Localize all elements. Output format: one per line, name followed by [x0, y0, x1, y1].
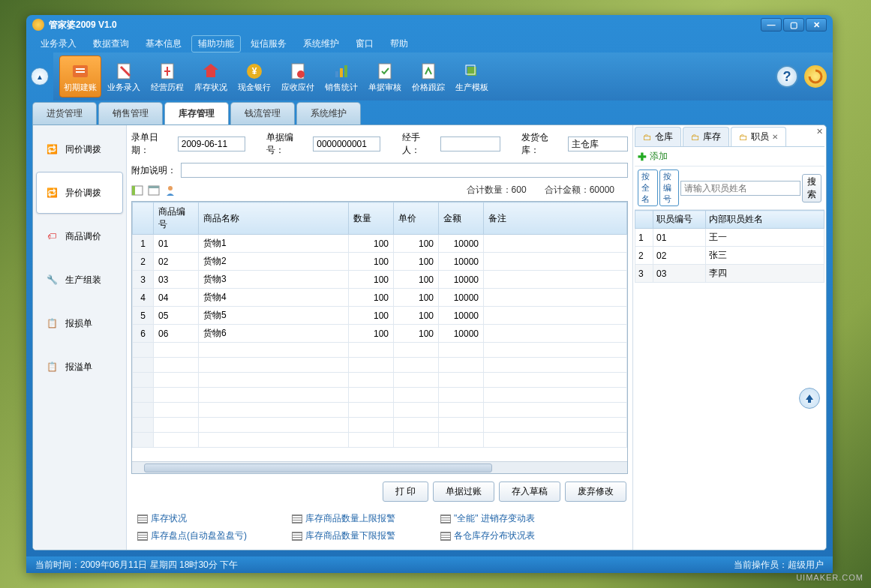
main-tab-3[interactable]: 钱流管理 — [230, 102, 295, 124]
collapse-toolbar-icon[interactable]: ▲ — [31, 68, 49, 86]
toolbar-btn-4[interactable]: ¥现金银行 — [233, 56, 275, 98]
menu-item-2[interactable]: 基本信息 — [139, 35, 188, 52]
table-row[interactable]: 505货物510010010000 — [133, 307, 627, 325]
toolbar-btn-2[interactable]: 经营历程 — [146, 56, 188, 98]
grid-settings-icon[interactable] — [148, 184, 160, 196]
arrow-up-icon[interactable] — [799, 388, 820, 409]
table-row[interactable] — [133, 418, 627, 433]
grid-header-6[interactable]: 备注 — [484, 202, 627, 235]
quick-link[interactable]: 库存商品数量下限报警 — [292, 530, 395, 542]
sidebar-item-0[interactable]: 🔁同价调拨 — [36, 128, 123, 170]
quick-link[interactable]: 库存状况 — [137, 512, 247, 525]
right-tab-0[interactable]: 🗀仓库 — [635, 127, 681, 146]
docno-input[interactable] — [313, 136, 380, 152]
minimize-button[interactable]: — — [761, 18, 782, 32]
tab-close-icon[interactable]: ✕ — [772, 133, 778, 141]
search-button[interactable]: 搜索 — [802, 174, 821, 202]
date-input[interactable] — [178, 136, 245, 152]
table-row[interactable] — [133, 343, 627, 358]
toolbar-btn-5[interactable]: 应收应付 — [277, 56, 319, 98]
toolbar-btn-9[interactable]: 生产模板 — [451, 56, 493, 98]
main-tab-4[interactable]: 系统维护 — [296, 102, 361, 124]
toolbar-btn-1[interactable]: 业务录入 — [103, 56, 145, 98]
table-row[interactable]: 404货物410010010000 — [133, 289, 627, 307]
main-tab-1[interactable]: 销售管理 — [98, 102, 163, 124]
rgrid-header-2[interactable]: 内部职员姓名 — [706, 211, 824, 229]
toolbar-btn-0[interactable]: 初期建账 — [59, 56, 101, 98]
person-icon[interactable] — [164, 184, 176, 196]
menu-item-7[interactable]: 帮助 — [383, 35, 415, 52]
menu-item-1[interactable]: 数据查询 — [86, 35, 136, 52]
table-row[interactable] — [133, 403, 627, 418]
toolbar-btn-3[interactable]: 库存状况 — [190, 56, 232, 98]
print-button[interactable]: 打 印 — [383, 482, 428, 502]
main-tab-0[interactable]: 进货管理 — [32, 102, 97, 124]
staff-row[interactable]: 303李四 — [635, 265, 824, 283]
rgrid-header-1[interactable]: 职员编号 — [653, 211, 706, 229]
menu-item-6[interactable]: 窗口 — [349, 35, 380, 52]
warehouse-input[interactable] — [568, 136, 628, 152]
content-area: 🔁同价调拨🔁异价调拨🏷商品调价🔧生产组装📋报损单📋报溢单 录单日期： 单据编号：… — [32, 124, 827, 550]
grid-header-5[interactable]: 金额 — [439, 202, 484, 235]
menu-item-0[interactable]: 业务录入 — [34, 35, 83, 52]
sidebar-icon-4: 📋 — [44, 316, 59, 331]
table-row[interactable] — [133, 433, 627, 448]
main-grid[interactable]: 商品编号商品名称数量单价金额备注101货物110010010000202货物21… — [131, 201, 628, 474]
sum-qty-label: 合计数量： — [467, 184, 512, 195]
sidebar-item-1[interactable]: 🔁异价调拨 — [36, 172, 123, 214]
add-label: 添加 — [650, 150, 668, 163]
sidebar-item-2[interactable]: 🏷商品调价 — [36, 215, 123, 257]
titlebar[interactable]: 管家婆2009 V1.0 — ▢ ✕ — [26, 15, 833, 34]
table-row[interactable] — [133, 358, 627, 373]
handler-input[interactable] — [440, 136, 500, 152]
grid-icon — [292, 514, 302, 524]
staff-row[interactable]: 101王一 — [635, 229, 824, 247]
rgrid-header-0[interactable] — [635, 211, 653, 229]
table-row[interactable] — [133, 373, 627, 388]
memo-input[interactable] — [181, 163, 628, 178]
right-tab-1[interactable]: 🗀库存 — [683, 127, 729, 146]
toolbar-btn-8[interactable]: 价格跟踪 — [407, 56, 449, 98]
table-row[interactable]: 303货物310010010000 — [133, 271, 627, 289]
help-icon[interactable]: ? — [776, 65, 798, 88]
quick-link[interactable]: 库存商品数量上限报警 — [292, 512, 395, 525]
grid-header-4[interactable]: 单价 — [394, 202, 439, 235]
filter-code-button[interactable]: 按编号 — [659, 170, 680, 206]
menu-item-3[interactable]: 辅助功能 — [191, 35, 241, 52]
sidebar-item-3[interactable]: 🔧生产组装 — [36, 259, 123, 301]
menu-item-5[interactable]: 系统维护 — [296, 35, 346, 52]
h-scrollbar[interactable] — [132, 461, 627, 473]
discard-button[interactable]: 废弃修改 — [565, 482, 626, 502]
search-input[interactable] — [680, 181, 800, 196]
table-row[interactable] — [133, 388, 627, 403]
main-tab-2[interactable]: 库存管理 — [164, 102, 229, 124]
menu-item-4[interactable]: 短信服务 — [244, 35, 293, 52]
right-tab-2[interactable]: 🗀职员✕ — [731, 127, 786, 146]
grid-header-1[interactable]: 商品编号 — [154, 202, 199, 235]
maximize-button[interactable]: ▢ — [783, 18, 804, 32]
filter-fullname-button[interactable]: 按全名 — [638, 170, 658, 206]
toolbar-btn-6[interactable]: 销售统计 — [320, 56, 362, 98]
quick-link[interactable]: "全能" 进销存变动表 — [440, 512, 535, 525]
panel-close-icon[interactable]: ✕ — [816, 127, 823, 136]
table-row[interactable]: 101货物110010010000 — [133, 235, 627, 253]
svg-rect-1 — [76, 68, 85, 70]
save-draft-button[interactable]: 存入草稿 — [499, 482, 560, 502]
table-row[interactable]: 202货物210010010000 — [133, 253, 627, 271]
grid-header-2[interactable]: 商品名称 — [199, 202, 349, 235]
sidebar-item-4[interactable]: 📋报损单 — [36, 302, 123, 344]
staff-grid[interactable]: 职员编号内部职员姓名101王一202张三303李四 — [635, 210, 824, 283]
toolbar-btn-7[interactable]: 单据审核 — [364, 56, 406, 98]
sidebar-item-5[interactable]: 📋报溢单 — [36, 346, 123, 388]
grid-header-3[interactable]: 数量 — [349, 202, 394, 235]
staff-row[interactable]: 202张三 — [635, 247, 824, 265]
quick-link[interactable]: 各仓库存分布状况表 — [440, 530, 535, 542]
table-row[interactable]: 606货物610010010000 — [133, 325, 627, 343]
grid-header-0[interactable] — [133, 202, 154, 235]
post-button[interactable]: 单据过账 — [433, 482, 494, 502]
quick-link[interactable]: 库存盘点(自动盘盈盘亏) — [137, 530, 247, 542]
add-button[interactable]: ✚ 添加 — [635, 147, 824, 166]
grid-cols-icon[interactable] — [131, 184, 143, 196]
brand-icon[interactable] — [804, 65, 827, 88]
close-button[interactable]: ✕ — [806, 18, 827, 32]
